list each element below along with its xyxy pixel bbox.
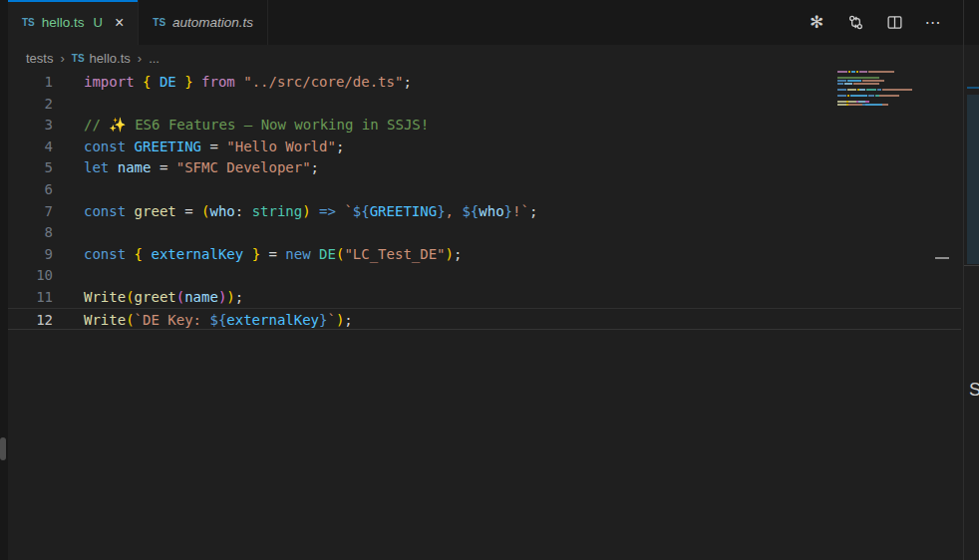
breadcrumb: tests›TShello.ts›... [8, 45, 963, 71]
tab-label: automation.ts [172, 15, 253, 30]
code-line-7[interactable]: 7const greet = (who: string) => `${GREET… [8, 200, 961, 222]
breadcrumb-item-hello.ts[interactable]: TShello.ts [72, 51, 131, 66]
code-line-10[interactable]: 10 [8, 264, 961, 286]
line-number: 3 [8, 114, 53, 136]
active-tab-indicator [8, 0, 138, 2]
split-editor-icon[interactable] [884, 13, 904, 33]
typescript-icon: TS [153, 17, 165, 28]
secondary-accent-dash [967, 87, 979, 89]
breadcrumb-label: tests [26, 51, 53, 66]
typescript-icon: TS [72, 53, 85, 64]
code-line-8[interactable]: 8 [8, 221, 961, 243]
secondary-scrollbar[interactable] [967, 95, 979, 264]
secondary-partial-text: S [969, 380, 979, 401]
vscode-window: TShello.tsU×TSautomation.ts ✻ [0, 0, 979, 560]
line-number: 1 [8, 71, 53, 93]
code-line-12[interactable]: 12Write(`DE Key: ${externalKey}`); [8, 308, 961, 330]
code-editor[interactable]: 1import { DE } from "../src/core/de.ts";… [8, 71, 963, 560]
breadcrumb-label: hello.ts [90, 51, 131, 66]
tab-hello.ts[interactable]: TShello.tsU× [8, 0, 139, 45]
chevron-right-icon: › [138, 51, 142, 66]
code-text: import { DE } from "../src/core/de.ts"; [84, 71, 412, 93]
line-number: 6 [8, 178, 53, 200]
breadcrumb-label: ... [149, 51, 160, 66]
line-number: 4 [8, 136, 53, 157]
line-number: 8 [8, 221, 53, 243]
untracked-badge: U [94, 15, 103, 30]
openai-icon[interactable]: ✻ [807, 13, 826, 33]
code-text: const { externalKey } = new DE("LC_Test_… [84, 243, 462, 265]
left-edge-strip [0, 0, 8, 560]
line-number: 12 [8, 309, 53, 331]
line-number: 11 [8, 286, 53, 308]
secondary-editor-group[interactable]: S [963, 0, 979, 560]
code-text: let name = "SFMC Developer"; [84, 156, 319, 178]
tab-label: hello.ts [42, 15, 85, 30]
chevron-right-icon: › [60, 51, 64, 66]
code-line-5[interactable]: 5let name = "SFMC Developer"; [8, 156, 961, 178]
line-number: 7 [8, 200, 53, 222]
more-actions-icon[interactable]: ⋯ [923, 13, 943, 33]
code-text: Write(greet(name)); [84, 286, 243, 308]
typescript-icon: TS [22, 17, 35, 28]
line-number: 10 [8, 264, 53, 286]
line-number: 9 [8, 243, 53, 265]
code-line-3[interactable]: 3// ✨ ES6 Features — Now working in SSJS… [8, 114, 961, 136]
code-text: Write(`DE Key: ${externalKey}`); [84, 309, 353, 331]
code-text: const greet = (who: string) => `${GREETI… [84, 200, 537, 222]
editor-tab-bar: TShello.tsU×TSautomation.ts ✻ [8, 0, 963, 45]
editor-group-main: TShello.tsU×TSautomation.ts ✻ [8, 0, 963, 560]
tab-automation.ts[interactable]: TSautomation.ts [139, 0, 268, 45]
close-icon[interactable]: × [115, 15, 124, 31]
left-scrollbar-handle[interactable] [0, 437, 6, 460]
tabs-container: TShello.tsU×TSautomation.ts [8, 0, 268, 45]
breadcrumb-item-tests[interactable]: tests [26, 51, 53, 66]
secondary-tab-strip [964, 0, 979, 45]
line-number: 5 [8, 156, 53, 178]
code-text: // ✨ ES6 Features — Now working in SSJS! [84, 114, 429, 136]
git-compare-icon[interactable] [845, 13, 865, 33]
code-line-9[interactable]: 9const { externalKey } = new DE("LC_Test… [8, 243, 961, 265]
editor-actions: ✻ ⋯ [807, 0, 963, 45]
overview-ruler-marker [935, 257, 949, 259]
code-text: const GREETING = "Hello World"; [84, 136, 344, 157]
code-line-1[interactable]: 1import { DE } from "../src/core/de.ts"; [8, 71, 961, 93]
line-number: 2 [8, 93, 53, 115]
secondary-divider [964, 265, 979, 266]
code-line-2[interactable]: 2 [8, 93, 961, 115]
code-line-11[interactable]: 11Write(greet(name)); [8, 286, 961, 308]
breadcrumb-item-...[interactable]: ... [149, 51, 160, 66]
code-line-6[interactable]: 6 [8, 178, 961, 200]
code-line-4[interactable]: 4const GREETING = "Hello World"; [8, 136, 961, 157]
